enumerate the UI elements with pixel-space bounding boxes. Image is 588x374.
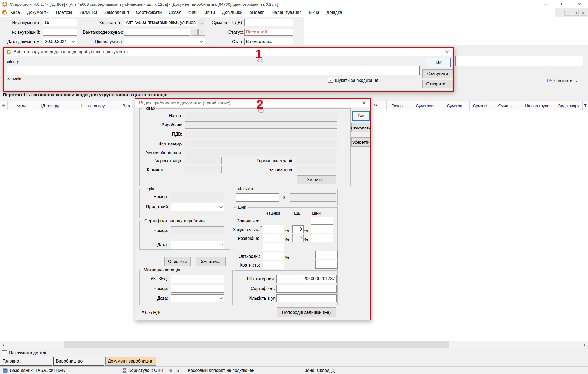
horizontal-scrollbar[interactable]: ‹ › (0, 341, 588, 348)
column-header-price-group[interactable]: Цінова група (519, 101, 555, 110)
column-header-sum-factory[interactable]: Сума заво... (412, 101, 443, 110)
tab-dokument-vyrobnytstv[interactable]: Документ виробництв . (105, 357, 156, 366)
prev-stock-button[interactable]: Попередні залишки (F8) (277, 307, 336, 317)
menu-directories[interactable]: Довідники (218, 8, 246, 17)
menu-branches[interactable]: Філії (185, 8, 201, 17)
menu-orders[interactable]: Замовлення (100, 8, 132, 17)
column-header-manufacturer[interactable]: Вир (120, 101, 135, 110)
product-quantity-input[interactable] (185, 166, 222, 173)
dialog1-create-button[interactable]: Створити... (422, 80, 453, 88)
uktzed-input[interactable] (171, 275, 224, 283)
retail-vat-input[interactable] (292, 234, 304, 242)
dialog2-save-button[interactable]: Зберегти (351, 137, 370, 147)
customs-number-input[interactable] (171, 285, 224, 293)
menu-reports[interactable]: Звіти (201, 8, 218, 17)
menu-warehouse[interactable]: Склад (165, 8, 185, 17)
menu-certificates[interactable]: Сертифікати (132, 8, 165, 17)
grid-selector-icon[interactable]: ≣ (0, 101, 8, 110)
column-header-pct-markup[interactable]: % н... (371, 101, 387, 110)
tab-vyrobnytstvo[interactable]: Виробництво (53, 357, 104, 366)
dialog1-cancel-button[interactable]: Скасувати (422, 69, 453, 78)
factory-cert-number-input[interactable] (171, 226, 224, 234)
menu-documents[interactable]: Документи (23, 8, 52, 17)
reg-term-input[interactable] (296, 157, 336, 164)
series-number-input[interactable] (171, 193, 224, 201)
consignee-browse-button[interactable]: ... (191, 29, 198, 36)
extra-markup-input[interactable] (263, 243, 284, 251)
menu-ehealth[interactable]: eHealth (246, 8, 268, 17)
restore-icon[interactable] (554, 0, 571, 8)
column-header-sum-retail[interactable]: Сума р... (494, 101, 519, 110)
column-header-product-id[interactable]: ІД товару (36, 101, 64, 110)
menu-windows[interactable]: Вікна (305, 8, 323, 17)
scroll-right-icon[interactable]: › (581, 341, 588, 348)
contractor-browse-button[interactable]: ... (198, 19, 205, 26)
series-valid-select[interactable] (171, 203, 224, 211)
column-header-retail[interactable]: Роздрі... (387, 101, 412, 110)
close-icon[interactable]: ✕ (571, 0, 588, 8)
internal-number-input[interactable] (43, 29, 77, 36)
purchase-price-input[interactable] (311, 225, 333, 233)
filter-input[interactable] (7, 66, 420, 75)
menu-kasa[interactable]: Каса (7, 8, 23, 17)
menu-payments[interactable]: Платежі (52, 8, 76, 17)
quantity-of-input[interactable] (290, 193, 336, 202)
qty-per-pack-input[interactable] (276, 294, 337, 302)
vat-input[interactable] (185, 131, 337, 138)
dialog2-cancel-button[interactable]: Скасувати (351, 123, 370, 132)
show-details-checkbox[interactable] (2, 350, 7, 355)
doc-date-select[interactable]: 20.09.2024 (43, 38, 77, 45)
dialog1-close-icon[interactable]: ✕ (441, 48, 453, 56)
search-occurrence-checkbox[interactable]: ✓ (328, 78, 333, 83)
consignee-clear-button[interactable]: X (198, 29, 205, 36)
product-name-input[interactable] (185, 112, 337, 119)
retail-price-input[interactable] (311, 234, 333, 242)
product-kind-input[interactable] (185, 140, 337, 147)
menu-help[interactable]: Довідка (323, 8, 346, 17)
dialog2-ok-button[interactable]: Так (352, 111, 370, 121)
mdi-restore-icon[interactable] (572, 10, 579, 16)
customs-date-select[interactable] (171, 294, 224, 302)
storage-conditions-input[interactable] (185, 149, 337, 156)
minimize-icon[interactable]: – (537, 0, 554, 8)
sum-no-vat-input[interactable] (244, 19, 293, 26)
scrollbar-thumb[interactable] (64, 341, 449, 348)
menu-settings[interactable]: Налаштування (268, 8, 305, 17)
clear-cert-button[interactable]: Очистити (164, 257, 191, 266)
wholesale-markup-input[interactable] (263, 252, 284, 260)
factory-cert-date-select[interactable] (171, 241, 224, 249)
column-header-sum-purchase[interactable]: Сума за... (443, 101, 470, 110)
mdi-minimize-icon[interactable]: – (564, 10, 571, 16)
base-price-input[interactable] (296, 166, 336, 173)
menu-stock[interactable]: Залишки (76, 8, 101, 17)
manufacturer-input[interactable] (185, 121, 337, 129)
purchase-vat-input[interactable] (292, 225, 304, 233)
factory-price-input[interactable] (311, 217, 333, 225)
column-header-sum-vat[interactable]: Сума ві... (470, 101, 494, 110)
multiplicity-price-input[interactable] (315, 260, 338, 269)
consignee-input[interactable] (124, 29, 190, 36)
column-header-product-kind[interactable]: Вид товару (555, 101, 583, 110)
tab-holovna[interactable]: Головна (0, 357, 52, 366)
doc-number-input[interactable] (43, 19, 77, 26)
dialog2-close-icon[interactable]: ✕ (358, 99, 370, 107)
purchase-markup-input[interactable] (263, 225, 284, 233)
column-header-t[interactable]: Т (583, 101, 588, 110)
certificate-input[interactable] (276, 285, 337, 293)
wholesale-price-input[interactable] (315, 251, 338, 259)
change-cert-button[interactable]: Змінити... (196, 257, 226, 266)
reg-number-input[interactable] (185, 157, 222, 164)
multiplicity-input[interactable] (263, 261, 284, 269)
quantity-input[interactable] (236, 193, 279, 202)
dialog1-ok-button[interactable]: Так (426, 58, 451, 67)
refresh-button[interactable]: ⟳ Оновити (547, 77, 588, 85)
column-header-npp[interactable]: № п/п (8, 101, 36, 110)
change-product-button[interactable]: Змінити... (297, 175, 336, 184)
scroll-left-icon[interactable]: ‹ (0, 341, 7, 348)
retail-markup-input[interactable] (263, 234, 284, 242)
contractor-input[interactable] (124, 19, 197, 26)
column-header-product-name[interactable]: Назва товару (64, 101, 120, 110)
sticker-input[interactable] (276, 275, 337, 283)
mdi-close-icon[interactable]: ✕ (580, 10, 586, 16)
price-condition-select[interactable] (124, 38, 205, 45)
